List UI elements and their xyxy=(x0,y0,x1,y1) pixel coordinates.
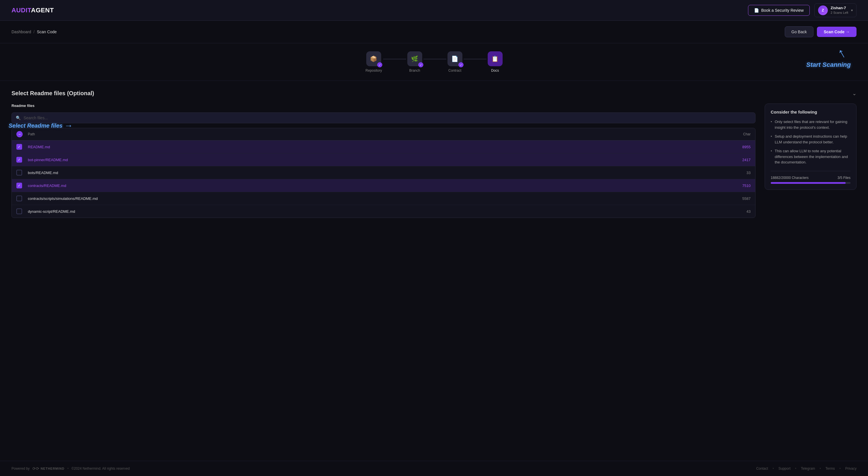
step-docs: 📋 Docs xyxy=(488,51,503,73)
select-readme-annotation: Select Readme files → xyxy=(9,121,73,131)
breadcrumb-current: Scan Code xyxy=(37,30,57,34)
file-chars: 8955 xyxy=(727,145,751,149)
collapse-button[interactable]: ⌄ xyxy=(852,90,857,97)
user-scans: 2 Scans Left xyxy=(831,11,848,14)
footer-link-support[interactable]: Support xyxy=(778,467,790,471)
step-docs-icon: 📋 xyxy=(488,51,503,66)
select-all-button[interactable]: − xyxy=(17,131,23,137)
docs-icon: 📋 xyxy=(491,55,499,62)
file-chars: 33 xyxy=(727,171,751,175)
help-point-3: This can allow LLM to note any potential… xyxy=(771,148,850,165)
arrow-right-icon: → xyxy=(64,121,73,131)
step-connector-3 xyxy=(464,59,487,59)
book-review-button[interactable]: 📄 Book a Security Review xyxy=(748,5,810,16)
footer-link-privacy[interactable]: Privacy xyxy=(845,467,857,471)
footer-dot-5: • xyxy=(839,467,840,471)
footer-right: Contact • Support • Telegram • Terms • P… xyxy=(756,467,857,471)
section-header: Select Readme files (Optional) ⌄ xyxy=(11,90,857,97)
footer-left: Powered by ⟳⟳ NETHERMIND • ©2024 Netherm… xyxy=(11,466,130,471)
start-scanning-annotation: ↑ Start Scanning xyxy=(806,46,851,69)
file-path: dynamic-script/README.md xyxy=(28,209,727,214)
file-panel: Readme files 🔍 − Path Char READM xyxy=(11,104,755,218)
powered-by-label: Powered by xyxy=(11,467,30,471)
checkbox-contracts[interactable] xyxy=(17,183,22,189)
file-path: contracts/README.md xyxy=(28,183,727,188)
steps-container: 📦 ✓ Repository 🌿 ✓ Branch 📄 ✓ Contract xyxy=(365,51,502,73)
file-chars: 7510 xyxy=(727,183,751,188)
file-table: − Path Char README.md 8955 bot-pinner/RE… xyxy=(11,128,755,218)
step-branch-icon: 🌿 ✓ xyxy=(407,51,422,66)
arrow-up-icon: ↑ xyxy=(835,45,848,61)
panel-label: Readme files xyxy=(11,104,755,108)
footer-link-telegram[interactable]: Telegram xyxy=(801,467,815,471)
file-chars: 5587 xyxy=(727,196,751,201)
breadcrumb: Dashboard / Scan Code xyxy=(11,30,57,34)
col-path-label: Path xyxy=(28,132,727,136)
help-guide-title: Consider the following xyxy=(771,109,850,114)
file-row[interactable]: README.md 8955 xyxy=(12,140,755,154)
step-contract-icon: 📄 ✓ xyxy=(447,51,462,66)
user-name: Zishan-7 xyxy=(831,6,848,11)
char-progress-labels: 18882/20000 Characters 3/5 Files xyxy=(771,176,850,180)
checkbox-simulations[interactable] xyxy=(17,196,22,201)
step-repository-icon: 📦 ✓ xyxy=(366,51,381,66)
breadcrumb-dashboard[interactable]: Dashboard xyxy=(11,30,31,34)
topbar-actions: Go Back Scan Code → xyxy=(785,26,857,37)
footer-dot-4: • xyxy=(820,467,821,471)
file-table-header: − Path Char xyxy=(12,128,755,140)
file-row[interactable]: bot-pinner/README.md 2417 xyxy=(12,154,755,166)
checkbox-readme-md[interactable] xyxy=(17,144,22,150)
file-row[interactable]: contracts/scripts/simulations/README.md … xyxy=(12,192,755,205)
topbar: Dashboard / Scan Code Go Back Scan Code … xyxy=(0,21,868,43)
go-back-button[interactable]: Go Back xyxy=(785,26,813,37)
select-readme-label: Select Readme files xyxy=(9,123,63,129)
progress-bar-fill xyxy=(771,182,846,184)
step-branch-check: ✓ xyxy=(418,62,423,67)
search-icon: 🔍 xyxy=(16,115,21,120)
nethermind-name: NETHERMIND xyxy=(40,467,64,470)
file-path: bots/README.md xyxy=(28,171,727,175)
file-path: bot-pinner/README.md xyxy=(28,158,727,162)
cycle-icon: ⟳⟳ xyxy=(32,466,39,471)
header-right: 📄 Book a Security Review Z Zishan-7 2 Sc… xyxy=(748,3,857,17)
search-box: 🔍 xyxy=(11,112,755,123)
file-row[interactable]: bots/README.md 33 xyxy=(12,166,755,179)
footer-dot-3: • xyxy=(795,467,796,471)
help-guide-list: Only select files that are relevant for … xyxy=(771,119,850,165)
checkbox-bot-pinner[interactable] xyxy=(17,157,22,163)
branch-icon: 🌿 xyxy=(411,55,418,62)
document-icon: 📄 xyxy=(754,8,759,12)
file-count: 3/5 Files xyxy=(838,176,850,180)
readme-section-wrapper: Select Readme files → Readme files 🔍 − P… xyxy=(11,104,857,218)
help-point-2: Setup and deployment instructions can he… xyxy=(771,134,850,145)
two-column-layout: Readme files 🔍 − Path Char READM xyxy=(11,104,857,218)
start-scanning-label: Start Scanning xyxy=(806,61,851,69)
chevron-down-icon: ▾ xyxy=(851,8,853,12)
col-char-label: Char xyxy=(727,132,751,136)
logo: AUDITAGENT xyxy=(11,7,54,14)
step-contract: 📄 ✓ Contract xyxy=(447,51,462,73)
steps-bar: 📦 ✓ Repository 🌿 ✓ Branch 📄 ✓ Contract xyxy=(0,43,868,81)
footer-dot-2: • xyxy=(773,467,774,471)
footer-dot-1: • xyxy=(67,467,69,471)
footer-link-terms[interactable]: Terms xyxy=(826,467,835,471)
step-repository-label: Repository xyxy=(365,69,382,73)
progress-bar-track xyxy=(771,182,850,184)
search-input[interactable] xyxy=(24,115,751,120)
step-connector-2 xyxy=(423,59,446,59)
user-info: Zishan-7 2 Scans Left xyxy=(831,6,848,14)
checkbox-bots[interactable] xyxy=(17,170,22,175)
char-progress: 18882/20000 Characters 3/5 Files xyxy=(771,171,850,184)
file-path: contracts/scripts/simulations/README.md xyxy=(28,196,727,201)
file-path: README.md xyxy=(28,145,727,149)
step-connector-1 xyxy=(383,59,406,59)
scan-code-button[interactable]: Scan Code → xyxy=(817,27,857,37)
footer-link-contact[interactable]: Contact xyxy=(756,467,768,471)
file-row[interactable]: dynamic-script/README.md 43 xyxy=(12,205,755,218)
nethermind-logo: ⟳⟳ NETHERMIND xyxy=(32,466,64,471)
file-chars: 2417 xyxy=(727,158,751,162)
user-menu[interactable]: Z Zishan-7 2 Scans Left ▾ xyxy=(814,3,857,17)
step-repository-check: ✓ xyxy=(377,62,382,67)
checkbox-dynamic[interactable] xyxy=(17,208,22,214)
file-row[interactable]: contracts/README.md 7510 xyxy=(12,179,755,192)
